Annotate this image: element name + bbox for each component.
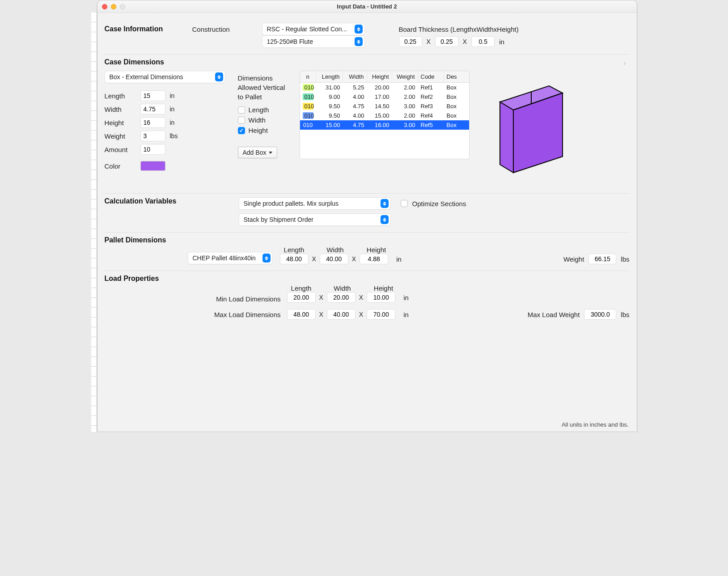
th-height[interactable]: Height [367, 71, 392, 82]
table-cell: Ref5 [418, 120, 444, 130]
allow-height-label: Height [249, 127, 268, 134]
flute-select[interactable]: 125-250#B Flute [262, 35, 365, 48]
pallet-type-select[interactable]: CHEP Pallet 48inx40in [188, 252, 273, 264]
max-load-width-input[interactable] [327, 309, 356, 320]
mix-mode-select-value: Single product pallets. Mix surplus [244, 200, 339, 207]
min-load-width-input[interactable] [327, 292, 356, 303]
table-cell: 2.00 [392, 83, 418, 92]
th-n[interactable]: n [300, 71, 316, 82]
case-information-heading: Case Information [105, 25, 190, 33]
window-title: Input Data - Untitled 2 [97, 3, 637, 10]
table-cell: Box [444, 120, 470, 130]
construction-select[interactable]: RSC - Regular Slotted Con... [262, 23, 365, 35]
allow-width-checkbox[interactable] [238, 117, 245, 124]
add-box-button[interactable]: Add Box [238, 147, 278, 158]
x-separator: X [427, 38, 431, 45]
board-thickness-width-input[interactable] [435, 36, 458, 47]
max-load-length-input[interactable] [287, 309, 316, 320]
amount-input[interactable] [140, 144, 165, 155]
th-weight[interactable]: Weight [392, 71, 418, 82]
x-separator: X [319, 294, 323, 301]
table-cell: Ref4 [418, 111, 444, 120]
board-thickness-unit: in [499, 38, 504, 46]
chevron-right-icon[interactable]: › [623, 59, 626, 67]
table-row[interactable]: 01015.004.7516.003.00Ref5Box [300, 120, 469, 130]
board-thickness-length-input[interactable] [399, 36, 422, 47]
table-cell: 17.00 [367, 92, 392, 102]
max-load-weight-input[interactable] [584, 309, 616, 320]
dimension-mode-select[interactable]: Box - External Dimensions [105, 71, 225, 83]
min-load-length-input[interactable] [287, 292, 316, 303]
x-separator: X [359, 311, 363, 318]
amount-label: Amount [105, 146, 136, 153]
max-load-height-input[interactable] [367, 309, 395, 320]
table-cell: 4.75 [343, 102, 367, 111]
color-label: Color [105, 162, 136, 170]
window-close-button[interactable] [102, 4, 107, 9]
length-input[interactable] [140, 90, 165, 101]
th-des[interactable]: Des [444, 71, 470, 82]
max-load-weight-label: Max Load Weight [528, 311, 580, 318]
length-label: Length [105, 92, 136, 100]
calculation-variables-section: Calculation Variables Single product pal… [105, 194, 630, 233]
pallet-height-input[interactable] [360, 254, 388, 264]
table-cell: 9.50 [316, 102, 343, 111]
table-cell: 010 [300, 83, 316, 92]
table-cell: 15.00 [316, 120, 343, 130]
table-row[interactable]: 0109.504.7514.503.00Ref3Box [300, 102, 469, 111]
box-table[interactable]: n Length Width Height Weight Code Des 01… [300, 71, 470, 159]
max-load-weight-unit: lbs [621, 311, 629, 318]
table-cell: 2.00 [392, 92, 418, 102]
table-cell: 5.25 [343, 83, 367, 92]
pallet-weight-input[interactable] [588, 254, 616, 264]
load-properties-heading: Load Properties [105, 275, 630, 283]
optimize-sections-checkbox[interactable] [401, 200, 408, 207]
table-cell: Ref1 [418, 83, 444, 92]
table-row[interactable]: 0109.504.0015.002.00Ref4Box [300, 111, 469, 120]
stack-mode-select-value: Stack by Shipment Order [244, 216, 313, 223]
table-cell: 31.00 [316, 83, 343, 92]
weight-input[interactable] [140, 131, 165, 141]
width-label: Width [105, 106, 136, 113]
width-input[interactable] [140, 104, 165, 114]
allow-length-checkbox[interactable] [238, 106, 245, 114]
board-thickness-height-input[interactable] [471, 36, 495, 47]
table-row[interactable]: 0109.004.0017.002.00Ref2Box [300, 92, 469, 102]
load-length-col-label: Length [287, 284, 316, 292]
table-cell: 2.00 [392, 111, 418, 120]
allow-width-label: Width [249, 116, 266, 124]
allow-height-checkbox[interactable] [238, 127, 245, 134]
height-input[interactable] [140, 117, 165, 128]
min-load-height-input[interactable] [367, 292, 395, 303]
table-cell: 3.00 [392, 102, 418, 111]
table-cell: 010 [300, 120, 316, 130]
max-load-dim-label: Max Load Dimensions [209, 311, 281, 318]
add-box-button-label: Add Box [243, 149, 267, 156]
pallet-weight-label: Weight [563, 255, 584, 263]
color-swatch[interactable] [140, 161, 165, 171]
pallet-length-col-label: Length [280, 246, 309, 254]
pallet-length-input[interactable] [280, 254, 309, 264]
th-length[interactable]: Length [316, 71, 343, 82]
construction-label: Construction [192, 25, 259, 33]
stack-mode-select[interactable]: Stack by Shipment Order [239, 213, 391, 226]
dimensions-allowed-caption: Dimensions Allowed Vertical to Pallet [238, 73, 292, 102]
board-thickness-label: Board Thickness (LengthxWidthxHeight) [399, 25, 630, 33]
weight-label: Weight [105, 132, 136, 140]
stepper-icon [381, 199, 389, 208]
th-width[interactable]: Width [343, 71, 367, 82]
case-dimensions-heading: Case Dimensions [105, 58, 630, 66]
window-minimize-button[interactable] [111, 4, 116, 9]
x-separator: X [463, 38, 467, 45]
table-row[interactable]: 01031.005.2520.002.00Ref1Box [300, 83, 469, 92]
x-separator: X [359, 294, 363, 301]
pallet-width-input[interactable] [320, 254, 348, 264]
table-cell: 9.00 [316, 92, 343, 102]
th-code[interactable]: Code [418, 71, 444, 82]
table-cell: Ref3 [418, 102, 444, 111]
pallet-width-col-label: Width [321, 246, 350, 254]
box-3d-icon [487, 75, 576, 182]
max-load-unit: in [403, 311, 409, 318]
construction-select-value: RSC - Regular Slotted Con... [267, 25, 347, 33]
mix-mode-select[interactable]: Single product pallets. Mix surplus [239, 197, 391, 210]
